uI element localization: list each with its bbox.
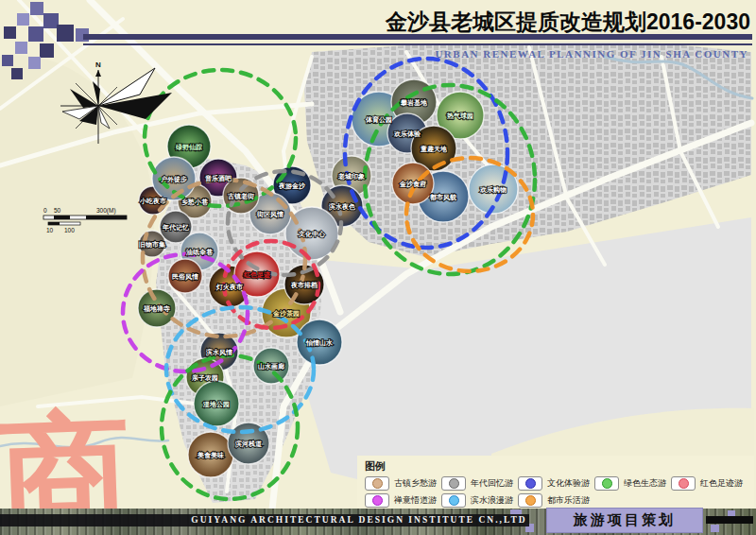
legend-title: 图例	[365, 459, 754, 474]
footer-deco-square	[711, 525, 719, 532]
legend-item: 年代回忆游	[441, 476, 518, 491]
photo-bubble-label: 滨水夜色	[328, 202, 356, 211]
legend-item-label: 古镇乡愁游	[394, 477, 437, 490]
photo-bubble-label: 福地禅寺	[143, 304, 170, 313]
photo-bubble-label: 湿地公园	[202, 401, 230, 408]
legend-route-dot	[525, 495, 536, 506]
photo-bubble-label: 都市风貌	[429, 193, 457, 201]
logo-pixel-square	[2, 55, 13, 66]
legend-swatch	[671, 476, 696, 491]
photo-bubble-label: 小吃夜市	[139, 197, 166, 205]
legend-swatch	[518, 476, 542, 491]
photo-bubble-label: 滨河栈道	[234, 440, 263, 448]
photo-bubble-label: 童趣天地	[420, 145, 447, 153]
title-rule-thin	[83, 43, 752, 45]
logo-pixel-square	[17, 13, 29, 26]
logo-pixel-square	[28, 57, 41, 69]
legend-item-label: 文化体验游	[547, 477, 590, 490]
photo-bubble-label: 文化中心	[298, 230, 326, 238]
logo-pixel-square	[30, 2, 43, 15]
legend-route-dot	[525, 478, 536, 489]
photo-bubble-label: 绿野仙踪	[175, 143, 202, 151]
legend-item: 绿色生态游	[594, 476, 671, 491]
photo-bubble-label: 攀岩基地	[400, 98, 427, 107]
scale-label: 300(M)	[96, 207, 116, 215]
footer-company-text: GUIYANG ARCHITECTURAL DESIGN INSTITUTE C…	[191, 515, 526, 525]
photo-bubble-label: 夜市排档	[290, 281, 318, 289]
legend-row: 禅意悟道游滨水浪漫游都市乐活游	[365, 493, 754, 508]
photo-bubble-label: 旧物市集	[139, 240, 165, 249]
photo-bubble-label: 滨水风情	[205, 348, 232, 356]
legend-swatch	[594, 476, 619, 491]
legend-item: 滨水浪漫游	[441, 493, 518, 508]
logo-pixel-square	[4, 26, 16, 39]
legend-item: 红色足迹游	[671, 476, 747, 491]
photo-bubble-label: 体育公园	[365, 115, 392, 124]
photo-bubble-label: 街区风情	[256, 211, 284, 218]
photo-bubble-label: 红色足迹	[243, 270, 270, 279]
photo-bubble-label: 金沙食府	[399, 180, 426, 188]
scale-label: 10	[46, 227, 54, 233]
legend-item: 都市乐活游	[518, 493, 594, 508]
legend-route-dot	[602, 478, 612, 489]
footer-panel-label: 旅游项目策划	[546, 508, 703, 533]
legend: 图例 古镇乡愁游年代回忆游文化体验游绿色生态游红色足迹游 禅意悟道游滨水浪漫游都…	[357, 456, 754, 509]
logo-pixels	[2, 0, 96, 85]
legend-swatch	[441, 476, 466, 491]
legend-item-label: 红色足迹游	[700, 477, 743, 490]
photo-bubble-label: 油纸伞巷	[185, 249, 214, 256]
legend-swatch	[365, 493, 389, 508]
photo-bubble-label: 民俗风情	[172, 273, 198, 281]
legend-item: 古镇乡愁游	[365, 476, 441, 491]
photo-bubble-label: 户外徒步	[161, 175, 187, 183]
legend-item-label: 绿色生态游	[624, 477, 666, 490]
logo-pixel-square	[15, 42, 27, 54]
legend-route-dot	[449, 478, 459, 489]
photo-bubble-label: 欢乐购物	[479, 185, 507, 194]
photo-bubble-label: 古镇老街	[227, 192, 254, 200]
page-subtitle: URBAN RENEWAL PLANNING OF JIN SHA COUNTY	[435, 48, 748, 60]
legend-route-dot	[372, 478, 383, 489]
scale-label: 0	[43, 207, 47, 214]
legend-route-dot	[449, 495, 459, 506]
photo-bubble-label: 怡情山水	[305, 339, 334, 347]
logo-pixel-square	[40, 43, 54, 58]
photo-bubble-label: 美食美味	[197, 451, 225, 459]
legend-item: 禅意悟道游	[365, 493, 441, 508]
photo-bubble-label: 欢乐体验	[393, 129, 421, 138]
logo-pixel-square	[11, 68, 23, 79]
legend-swatch	[441, 493, 466, 508]
photo-bubble-label: 乡愁小巷	[181, 198, 209, 206]
scale-label: 50	[54, 207, 61, 214]
photo-bubble-label: 老城印象	[337, 173, 366, 181]
planning-poster: 体育公园攀岩基地热气球园欢乐体验童趣天地都市风貌欢乐购物金沙食府老城印象滨水夜色…	[0, 0, 756, 535]
legend-route-dot	[679, 478, 689, 489]
page-title: 金沙县老城区提质改造规划2016-2030	[386, 8, 750, 37]
footer-company-band: GUIYANG ARCHITECTURAL DESIGN INSTITUTE C…	[0, 514, 529, 526]
legend-item-label: 都市乐活游	[547, 494, 590, 507]
legend-item-label: 滨水浪漫游	[471, 494, 513, 507]
photo-bubble-label: 山水画廊	[258, 362, 284, 371]
photo-bubble-label: 年代记忆	[162, 223, 190, 232]
legend-row: 古镇乡愁游年代回忆游文化体验游绿色生态游红色足迹游	[365, 476, 754, 491]
legend-swatch	[365, 476, 389, 491]
footer-black-bar	[706, 516, 753, 524]
legend-item-label: 年代回忆游	[471, 477, 513, 490]
logo-pixel-square	[57, 25, 74, 42]
photo-bubble-label: 音乐酒吧	[204, 174, 232, 182]
scale-label: 100	[64, 227, 75, 233]
legend-item-label: 禅意悟道游	[394, 494, 437, 507]
legend-route-dot	[372, 495, 383, 506]
photo-bubble-label: 金沙茶园	[272, 310, 300, 318]
photo-bubble-label: 灯火夜市	[215, 283, 243, 291]
logo-pixel-square	[28, 26, 43, 42]
legend-item: 文化体验游	[518, 476, 594, 491]
legend-swatch	[518, 493, 542, 508]
photo-bubble-label: 热气球园	[446, 112, 473, 120]
photo-bubble-label: 夜游金沙	[278, 181, 306, 190]
photo-bubble-label: 亲子农园	[191, 373, 218, 382]
